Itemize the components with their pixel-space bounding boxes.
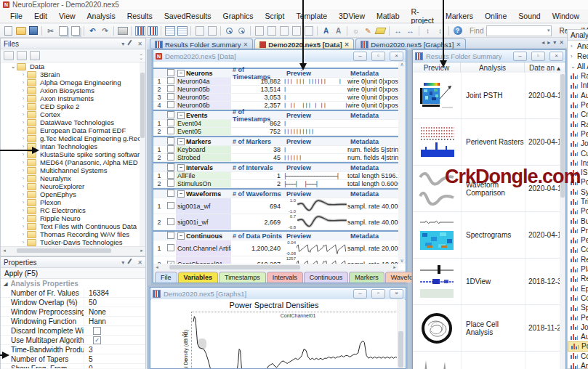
tab-close-icon[interactable]: ✕: [243, 41, 249, 48]
tree-item[interactable]: › Neuralynx: [1, 174, 145, 182]
analysis-type-item[interactable]: Joi: [568, 323, 588, 332]
property-checkbox[interactable]: [93, 336, 101, 344]
menu-item[interactable]: Graphics: [217, 10, 259, 22]
table-row[interactable]: 1 AllFile 1 ├──────────────────┤ total l…: [153, 172, 398, 180]
tree-item[interactable]: › DataWave Technologies: [1, 118, 145, 126]
menu-item[interactable]: Matlab: [371, 10, 406, 22]
analysis-type-item[interactable]: Rat: [568, 71, 588, 81]
analysis-type-item[interactable]: Pow: [568, 341, 588, 351]
sheet-tab[interactable]: Markers: [349, 272, 384, 283]
property-row[interactable]: Use Multitaper Algorithm: [1, 336, 145, 345]
analysis-type-item[interactable]: Spe: [568, 303, 588, 312]
paste-icon[interactable]: [70, 25, 81, 36]
close-button[interactable]: ×: [549, 52, 563, 61]
menu-item[interactable]: SavedResults: [158, 10, 217, 22]
chevron-icon[interactable]: ›: [20, 119, 27, 126]
copy-icon[interactable]: [57, 25, 68, 36]
menu-item[interactable]: Script: [259, 10, 291, 22]
apply-button[interactable]: Apply (F5): [1, 268, 145, 279]
collapse-icon[interactable]: –: [177, 70, 185, 77]
sheet-tab[interactable]: Variables: [178, 272, 219, 283]
redo-icon[interactable]: ↷: [100, 25, 110, 36]
zoom-in-icon[interactable]: [224, 25, 235, 36]
maximize-button[interactable]: ▫: [371, 52, 385, 61]
document-tab[interactable]: Results Folder Summary ✕: [150, 38, 253, 49]
analyses-group[interactable]: › Rece: [568, 51, 588, 61]
chevron-icon[interactable]: ›: [20, 103, 27, 110]
menu-item[interactable]: Help: [585, 10, 588, 22]
analysis-type-item[interactable]: ISI: [568, 168, 588, 177]
tree-item[interactable]: › Axion Biosystems: [1, 86, 145, 94]
undo-icon[interactable]: ↶: [87, 25, 98, 36]
open-data-file-icon[interactable]: [4, 51, 14, 60]
analysis-type-item[interactable]: Syn: [568, 187, 588, 197]
property-row[interactable]: Windowing Function Hann: [1, 317, 145, 326]
analysis-type-item[interactable]: Reg: [568, 255, 588, 264]
analysis-type-item[interactable]: Ana: [568, 361, 588, 369]
analysis-type-item[interactable]: Inst: [568, 158, 588, 168]
tab-close-icon[interactable]: ✕: [345, 41, 350, 48]
draw-icon[interactable]: ✎: [363, 25, 374, 36]
chevron-icon[interactable]: ›: [20, 199, 27, 206]
tree-item[interactable]: › CED Spike 2: [1, 102, 145, 110]
section-checkbox[interactable]: [167, 232, 174, 239]
result-row[interactable]: Perievent Rasters 2020-04-12: [413, 119, 560, 166]
chevron-down-icon[interactable]: ▾: [121, 41, 124, 47]
close-icon[interactable]: ✕: [137, 41, 142, 47]
row-checkbox[interactable]: [167, 93, 174, 100]
analysis-properties-group[interactable]: ◢ Analysis Properties: [1, 279, 145, 288]
expand-h-icon[interactable]: ↔: [392, 25, 403, 36]
tree-item[interactable]: › g.Tec Medical Engineering g.Recorder: [1, 134, 145, 142]
property-row[interactable]: Discard Incomplete Windows: [1, 326, 145, 336]
grid-view-icon[interactable]: [177, 25, 188, 36]
font-down-icon[interactable]: A: [333, 25, 344, 36]
table-section-header[interactable]: –Intervals # of Intervals Preview Metada…: [153, 162, 398, 172]
chevron-icon[interactable]: ›: [20, 143, 27, 150]
result-row[interactable]: Joint PSTH 2020-04-12: [413, 73, 560, 119]
row-checkbox[interactable]: [167, 179, 174, 187]
analysis-type-item[interactable]: Pla: [568, 264, 588, 274]
table-vertical-scrollbar[interactable]: ∧∨: [398, 62, 406, 264]
expand-v-icon[interactable]: ↕: [422, 25, 433, 36]
tab-prev-icon[interactable]: ◂: [541, 39, 544, 46]
tree-item[interactable]: › RC Electronics: [1, 206, 145, 214]
tree-vertical-scrollbar[interactable]: [140, 62, 145, 246]
menu-item[interactable]: Markers: [440, 10, 479, 22]
row-checkbox[interactable]: [167, 244, 174, 251]
tree-item[interactable]: › Plexon: [1, 198, 145, 206]
table-section-header[interactable]: –Events # of Timestamps Preview Metadata: [153, 110, 398, 120]
chevron-icon[interactable]: ⌄: [9, 63, 17, 70]
collapse-icon[interactable]: –: [177, 138, 185, 145]
analysis-column-header[interactable]: Analysis: [461, 62, 525, 73]
table-row[interactable]: 2 StimulusOn 2 ├───┤ ├───┤ total length …: [153, 180, 398, 188]
tab-close-icon[interactable]: ✕: [456, 41, 461, 48]
section-checkbox[interactable]: [167, 190, 174, 197]
table-row[interactable]: 2 Event05 752 ||||||||||: [153, 128, 398, 136]
analysis-type-item[interactable]: Per: [568, 129, 588, 139]
tree-item[interactable]: › Axon Instruments: [1, 94, 145, 102]
chevron-icon[interactable]: ›: [20, 231, 27, 238]
tree-item[interactable]: › European Data Format EDF: [1, 126, 145, 134]
document-tab[interactable]: Demo2020.nex5 [Data] ✕: [254, 38, 354, 49]
result-row[interactable]: 1DView 2018-12-31: [413, 259, 560, 305]
row-checkbox[interactable]: [167, 202, 174, 209]
chevron-icon[interactable]: ⌄: [571, 63, 577, 70]
document-tab[interactable]: Demo2020.nex5 [Graphs1] ✕: [355, 38, 466, 49]
close-button[interactable]: ×: [390, 289, 403, 299]
copy-data-icon[interactable]: [266, 25, 277, 36]
minimize-button[interactable]: –: [353, 289, 367, 299]
property-checkbox[interactable]: [93, 327, 101, 335]
chevron-icon[interactable]: ›: [20, 167, 27, 174]
property-row[interactable]: Show Freq. From 0: [1, 364, 145, 368]
row-checkbox[interactable]: [167, 119, 174, 126]
analyses-group[interactable]: ⌄ All A: [568, 61, 588, 71]
section-checkbox[interactable]: [167, 163, 174, 171]
minimize-button[interactable]: –: [353, 52, 367, 61]
chevron-icon[interactable]: ›: [20, 79, 27, 86]
eraser-icon[interactable]: [375, 25, 386, 36]
table-row[interactable]: 3 Neuron05c 3,053 | wire 0|unit 0|xpos 8…: [153, 94, 398, 102]
pin-icon[interactable]: [128, 259, 135, 267]
chart-view-icon[interactable]: [134, 25, 145, 36]
table-row[interactable]: 2 Strobed 45 |||||| num. fields 4|string…: [153, 154, 398, 162]
menu-item[interactable]: Analysis: [81, 10, 121, 22]
